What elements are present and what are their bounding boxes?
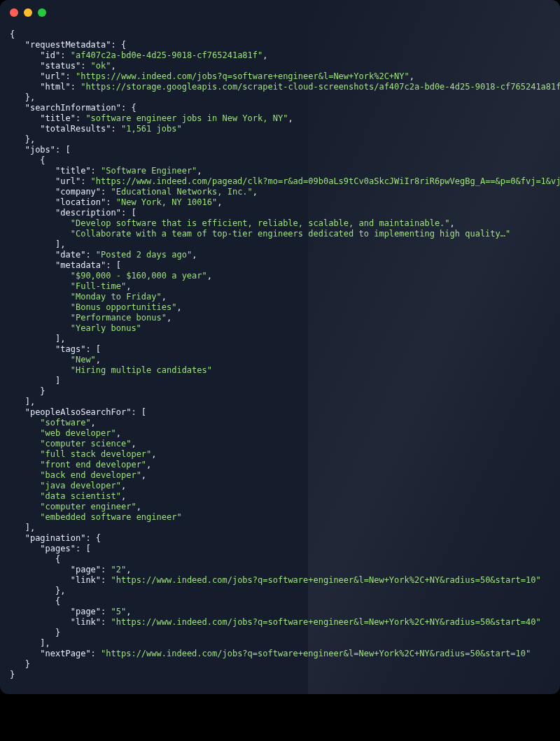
code-output: { "requestMetadata": { "id": "af407c2a-b… — [0, 25, 560, 694]
minimize-icon[interactable] — [24, 8, 32, 17]
close-icon[interactable] — [10, 8, 18, 17]
maximize-icon[interactable] — [38, 8, 46, 17]
terminal-window: { "requestMetadata": { "id": "af407c2a-b… — [0, 0, 560, 694]
window-titlebar — [0, 0, 560, 25]
